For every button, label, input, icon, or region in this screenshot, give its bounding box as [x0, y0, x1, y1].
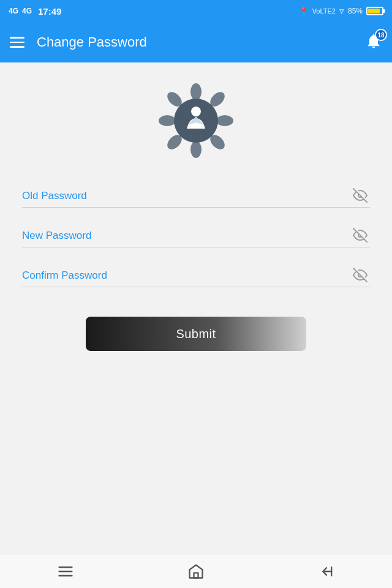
location-icon: 📍: [299, 7, 309, 16]
battery-icon: [366, 7, 383, 15]
app-logo: [156, 81, 236, 160]
main-content: Submit: [0, 62, 392, 554]
logo-container: [156, 81, 236, 160]
menu-button[interactable]: [10, 37, 24, 48]
old-password-input[interactable]: [22, 185, 370, 208]
confirm-password-field: [22, 265, 370, 287]
svg-rect-14: [194, 573, 198, 578]
status-bar: 4G 4G 17:49 📍 VoLTE2 ▿ 85%: [0, 0, 392, 22]
svg-point-3: [216, 115, 233, 126]
svg-point-2: [159, 115, 176, 126]
status-right: 📍 VoLTE2 ▿ 85%: [299, 6, 383, 17]
old-password-field: [22, 185, 370, 208]
notification-button[interactable]: 18: [365, 32, 382, 52]
submit-button[interactable]: Submit: [86, 317, 306, 351]
old-password-toggle[interactable]: [353, 188, 368, 205]
nav-menu-button[interactable]: [57, 563, 74, 580]
svg-point-9: [191, 107, 201, 116]
nav-back-button[interactable]: [318, 563, 335, 580]
time-display: 17:49: [38, 6, 61, 17]
new-password-toggle[interactable]: [353, 228, 368, 245]
new-password-field: [22, 225, 370, 247]
nav-home-button[interactable]: [187, 563, 205, 580]
confirm-password-input[interactable]: [22, 265, 370, 287]
app-bar: Change Password 18: [0, 22, 392, 62]
svg-point-0: [190, 83, 202, 100]
wifi-icon: ▿: [339, 6, 344, 17]
submit-wrapper: Submit: [22, 304, 370, 351]
confirm-password-toggle[interactable]: [353, 268, 368, 285]
network-4g-1: 4G: [9, 7, 18, 15]
page-title: Change Password: [37, 34, 353, 50]
battery-percent: 85%: [348, 7, 363, 15]
network-4g-2: 4G: [22, 7, 32, 15]
status-left: 4G 4G 17:49: [9, 6, 61, 17]
lte-indicator: VoLTE2: [312, 7, 336, 15]
new-password-input[interactable]: [22, 225, 370, 247]
form-container: Submit: [22, 185, 370, 351]
svg-point-1: [190, 141, 202, 158]
notification-badge: 18: [375, 29, 387, 41]
bottom-nav: [0, 554, 392, 588]
